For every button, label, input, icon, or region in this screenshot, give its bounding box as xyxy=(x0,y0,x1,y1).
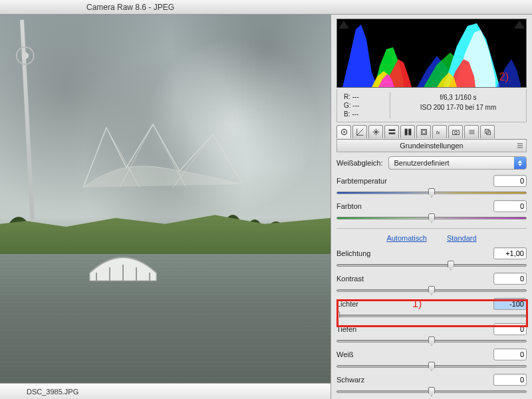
readout-g: G: --- xyxy=(344,101,390,110)
select-arrow-icon xyxy=(514,157,526,169)
readout-b: B: --- xyxy=(344,110,390,118)
tab-detail[interactable] xyxy=(368,125,383,138)
blacks-value[interactable] xyxy=(493,374,527,386)
tint-label: Farbton xyxy=(336,202,410,210)
pavilion-shape xyxy=(86,247,160,284)
image-preview[interactable] xyxy=(0,15,331,383)
whites-value[interactable] xyxy=(493,348,527,360)
contrast-value[interactable] xyxy=(493,273,527,285)
exposure-label: Belichtung xyxy=(336,249,410,257)
blacks-slider[interactable] xyxy=(336,387,527,396)
wb-select[interactable]: Benutzerdefiniert xyxy=(388,156,527,170)
temp-label: Farbtemperatur xyxy=(336,177,410,185)
exif-iso-lens: ISO 200 17-70 bei 17 mm xyxy=(390,102,526,112)
svg-rect-7 xyxy=(422,130,426,134)
exposure-slider[interactable] xyxy=(336,261,527,270)
tab-hsl[interactable] xyxy=(384,125,399,138)
lights-label: Lichter xyxy=(336,300,410,308)
exif-readout: R: --- G: --- B: --- f/6,3 1/160 s ISO 2… xyxy=(336,89,527,122)
tab-basic[interactable] xyxy=(336,125,351,138)
exposure-value[interactable] xyxy=(493,247,527,259)
histogram[interactable]: 2) xyxy=(336,19,527,88)
contrast-label: Kontrast xyxy=(336,275,410,283)
whites-slider[interactable] xyxy=(336,362,527,371)
whites-label: Weiß xyxy=(336,350,410,358)
svg-point-1 xyxy=(343,131,344,132)
temp-value[interactable] xyxy=(493,175,527,187)
panel-menu-icon[interactable] xyxy=(517,142,523,154)
tab-snapshots[interactable] xyxy=(480,125,495,138)
tent-roof-shape xyxy=(80,121,246,201)
contrast-slider[interactable] xyxy=(336,286,527,295)
svg-rect-3 xyxy=(388,132,395,134)
wb-label: Weißabgleich: xyxy=(336,159,383,167)
shadows-value[interactable] xyxy=(493,323,527,335)
tab-presets[interactable] xyxy=(464,125,479,138)
svg-point-10 xyxy=(454,131,457,134)
blacks-label: Schwarz xyxy=(336,376,410,384)
tint-slider[interactable] xyxy=(336,213,527,223)
tab-lens[interactable] xyxy=(416,125,431,138)
filename: DSC_3985.JPG xyxy=(27,388,78,396)
tab-split[interactable] xyxy=(400,125,415,138)
temp-slider[interactable] xyxy=(336,188,527,198)
annotation-1: 1) xyxy=(412,298,422,310)
lights-slider[interactable] xyxy=(336,311,527,321)
tab-camera[interactable] xyxy=(448,125,463,138)
lights-value[interactable] xyxy=(493,298,527,310)
tint-value[interactable] xyxy=(493,200,527,212)
readout-r: R: --- xyxy=(344,92,390,101)
shadows-label: Tiefen xyxy=(336,325,410,333)
window-title: Camera Raw 8.6 - JPEG xyxy=(0,0,532,15)
shadows-slider[interactable] xyxy=(336,336,527,346)
svg-rect-5 xyxy=(408,129,411,136)
tab-curve[interactable] xyxy=(352,125,367,138)
auto-link[interactable]: Automatisch xyxy=(386,234,427,242)
default-link[interactable]: Standard xyxy=(447,234,477,242)
exif-aperture-shutter: f/6,3 1/160 s xyxy=(390,92,526,102)
annotation-2: 2) xyxy=(499,71,509,83)
panel-tabs: fx xyxy=(336,125,527,140)
svg-rect-2 xyxy=(388,129,395,130)
panel-title: Grundeinstellungen xyxy=(336,140,527,152)
svg-rect-4 xyxy=(404,129,407,136)
tab-fx[interactable]: fx xyxy=(432,125,447,138)
svg-text:fx: fx xyxy=(436,130,440,136)
